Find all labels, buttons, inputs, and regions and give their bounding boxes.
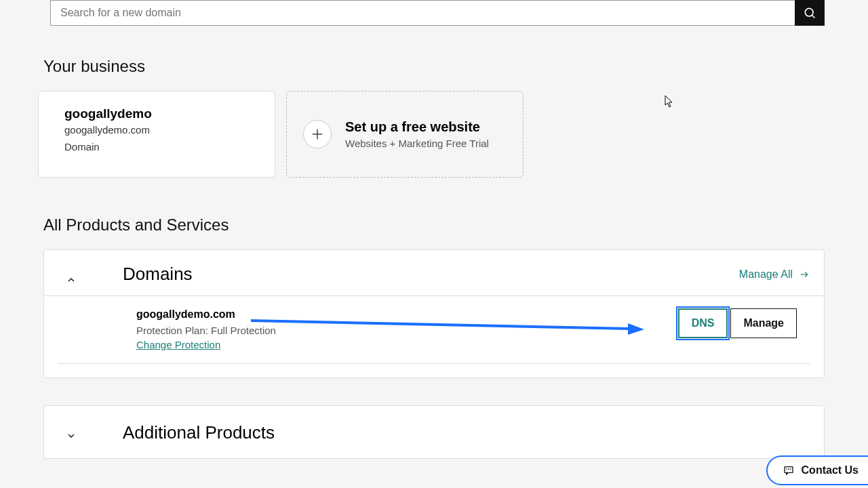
expand-icon[interactable] <box>58 430 85 441</box>
business-card-domain: googallydemo.com <box>64 124 249 136</box>
domains-panel: Domains Manage All googallydemo.com Prot… <box>43 249 825 378</box>
additional-products-panel: Additional Products <box>43 405 825 459</box>
collapse-icon[interactable] <box>58 274 85 285</box>
setup-card-sub: Websites + Marketing Free Trial <box>345 138 489 149</box>
plus-icon <box>303 120 332 148</box>
svg-line-1 <box>812 16 815 18</box>
domain-plan: Protection Plan: Full Protection <box>136 325 276 336</box>
domain-name: googallydemo.com <box>136 308 276 321</box>
search-icon <box>803 6 816 20</box>
contact-us-button[interactable]: Contact Us <box>766 455 868 485</box>
chat-icon <box>783 465 795 476</box>
business-card-type: Domain <box>64 141 249 152</box>
setup-website-card[interactable]: Set up a free website Websites + Marketi… <box>286 91 524 178</box>
contact-us-label: Contact Us <box>802 464 859 476</box>
manage-all-label: Manage All <box>739 268 793 281</box>
all-products-heading: All Products and Services <box>43 216 825 235</box>
arrow-right-icon <box>798 270 810 279</box>
business-card[interactable]: googallydemo googallydemo.com Domain <box>38 91 275 178</box>
business-card-title: googallydemo <box>64 106 249 121</box>
svg-rect-7 <box>785 467 793 473</box>
manage-all-link[interactable]: Manage All <box>739 268 810 291</box>
change-protection-link[interactable]: Change Protection <box>136 339 220 350</box>
domain-row: googallydemo.com Protection Plan: Full P… <box>58 296 810 364</box>
search-button[interactable] <box>795 0 825 26</box>
svg-point-0 <box>805 8 813 16</box>
domain-search-input[interactable] <box>50 0 795 26</box>
manage-button[interactable]: Manage <box>730 308 797 338</box>
setup-card-title: Set up a free website <box>345 119 489 135</box>
your-business-heading: Your business <box>43 57 825 76</box>
dns-button[interactable]: DNS <box>678 308 728 338</box>
domains-heading: Domains <box>123 264 739 296</box>
additional-products-heading: Additional Products <box>123 422 810 449</box>
